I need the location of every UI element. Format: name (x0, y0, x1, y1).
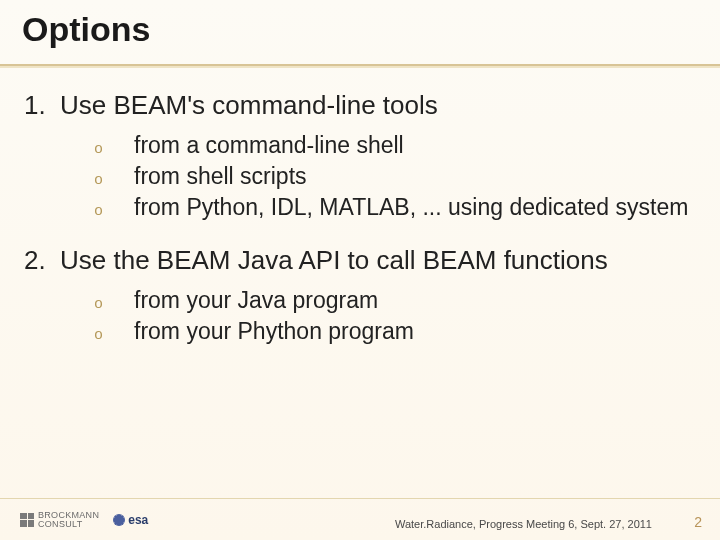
sub-item: o from shell scripts (94, 162, 690, 191)
logo-squares-icon (20, 513, 34, 527)
bullet-icon: o (94, 327, 134, 346)
bullet-icon: o (94, 203, 134, 222)
sub-list: o from a command-line shell o from shell… (94, 131, 690, 221)
esa-logo: esa (113, 513, 148, 527)
sub-item: o from your Phython program (94, 317, 690, 346)
list-text: Use the BEAM Java API to call BEAM funct… (60, 245, 608, 276)
sub-list: o from your Java program o from your Phy… (94, 286, 690, 346)
list-item: 2. Use the BEAM Java API to call BEAM fu… (24, 245, 690, 276)
footer: BROCKMANN CONSULT esa Water.Radiance, Pr… (0, 498, 720, 540)
list-number: 2. (24, 245, 60, 276)
bullet-icon: o (94, 172, 134, 191)
slide-title: Options (22, 10, 720, 49)
sub-text: from a command-line shell (134, 131, 690, 160)
sub-item: o from Python, IDL, MATLAB, ... using de… (94, 193, 690, 222)
sub-text: from shell scripts (134, 162, 690, 191)
list-number: 1. (24, 90, 60, 121)
sub-text: from your Phython program (134, 317, 690, 346)
logo-text: CONSULT (38, 520, 99, 529)
sub-text: from your Java program (134, 286, 690, 315)
sub-item: o from a command-line shell (94, 131, 690, 160)
page-number: 2 (694, 514, 702, 530)
content-area: 1. Use BEAM's command-line tools o from … (24, 90, 690, 370)
sub-text: from Python, IDL, MATLAB, ... using dedi… (134, 193, 690, 222)
list-text: Use BEAM's command-line tools (60, 90, 438, 121)
esa-globe-icon (113, 514, 125, 526)
title-band: Options (0, 0, 720, 66)
bullet-icon: o (94, 296, 134, 315)
footer-logos: BROCKMANN CONSULT esa (20, 511, 148, 529)
list-item: 1. Use BEAM's command-line tools (24, 90, 690, 121)
brockmann-consult-logo: BROCKMANN CONSULT (20, 511, 99, 529)
bullet-icon: o (94, 141, 134, 160)
slide: Options 1. Use BEAM's command-line tools… (0, 0, 720, 540)
sub-item: o from your Java program (94, 286, 690, 315)
logo-text: esa (128, 513, 148, 527)
footer-meta: Water.Radiance, Progress Meeting 6, Sept… (395, 518, 652, 530)
